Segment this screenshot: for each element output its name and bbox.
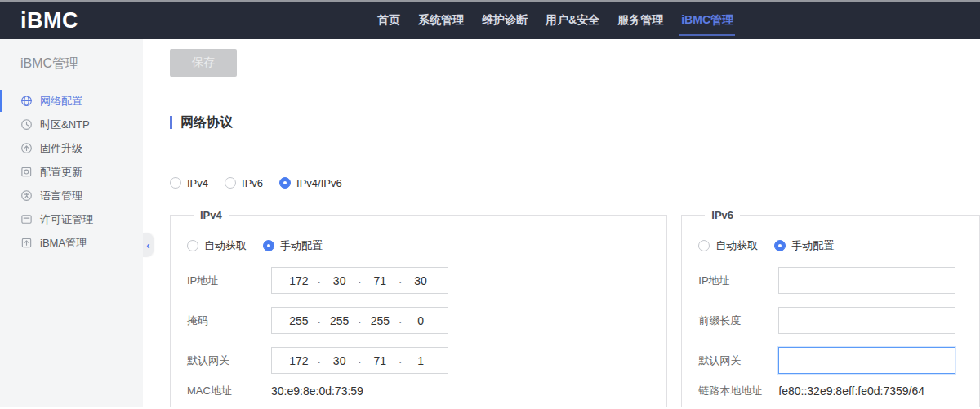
radio-ipv4-ipv6[interactable]: IPv4/IPv6 [279, 177, 342, 189]
ipv4-legend: IPv4 [194, 209, 229, 221]
sidebar-item-language-management[interactable]: 语言管理 [0, 184, 143, 207]
ipv6-group: IPv6自动获取手动配置IP地址前缀长度默认网关链路本地地址fe80::32e9… [681, 209, 980, 407]
radio-icon [774, 240, 786, 251]
sidebar-item-timezone-ntp[interactable]: 时区&NTP [0, 113, 143, 136]
ip-segment[interactable]: 0 [402, 314, 439, 327]
nav-item-system-management[interactable]: 系统管理 [416, 2, 466, 39]
config-update-icon [20, 166, 33, 178]
topbar: iBMC 首页系统管理维护诊断用户&安全服务管理iBMC管理 [0, 0, 980, 39]
ip-segment[interactable]: 172 [280, 354, 318, 367]
ipv6-default-gateway-row: 默认网关 [698, 347, 979, 374]
ipv4-mode-radio-group: 自动获取手动配置 [187, 238, 666, 254]
ipv4-mac-address-value: 30:e9:8e:0d:73:59 [271, 385, 363, 398]
ip-segment[interactable]: 71 [361, 274, 399, 287]
ipv6-ip-address-row: IP地址 [698, 267, 979, 294]
ipv4-ip-address-row: IP地址172.30.71.30 [187, 267, 666, 294]
ipv4-mac-address-row: MAC地址30:e9:8e:0d:73:59 [187, 381, 666, 401]
sidebar-item-label: 许可证管理 [40, 212, 93, 227]
nav-item-user-security[interactable]: 用户&安全 [544, 2, 601, 39]
sidebar-item-ibma-management[interactable]: iBMA管理 [0, 231, 143, 255]
save-button[interactable]: 保存 [170, 49, 237, 77]
nav-item-service-management[interactable]: 服务管理 [616, 2, 665, 39]
ip-segment[interactable]: 172 [280, 274, 318, 287]
radio-ipv6[interactable]: IPv6 [225, 177, 263, 189]
license-icon [20, 213, 33, 225]
radio-auto-obtain[interactable]: 自动获取 [187, 238, 247, 253]
chevron-left-icon: ‹ [146, 240, 149, 251]
radio-manual-config[interactable]: 手动配置 [263, 238, 323, 253]
ip-segment[interactable]: 255 [361, 314, 399, 327]
radio-icon [187, 240, 198, 251]
ip-segment[interactable]: 1 [402, 354, 439, 367]
sidebar: iBMC管理 网络配置时区&NTP固件升级配置更新语言管理许可证管理iBMA管理… [0, 39, 143, 407]
top-nav: 首页系统管理维护诊断用户&安全服务管理iBMC管理 [376, 2, 735, 39]
sidebar-item-label: 时区&NTP [40, 118, 90, 132]
radio-ipv4[interactable]: IPv4 [170, 177, 208, 189]
dot-separator: . [359, 353, 362, 366]
sidebar-collapse-button[interactable]: ‹ [143, 233, 154, 257]
globe-icon [20, 95, 33, 107]
field-label: 默认网关 [698, 353, 778, 368]
sidebar-item-network-config[interactable]: 网络配置 [0, 89, 143, 113]
ipv4-default-gateway-row: 默认网关172.30.71.1 [187, 347, 666, 374]
sidebar-item-config-update[interactable]: 配置更新 [0, 160, 143, 184]
ip-segment[interactable]: 255 [321, 314, 359, 327]
ipv6-link-local-address-value: fe80::32e9:8eff:fe0d:7359/64 [778, 385, 924, 398]
radio-icon [698, 240, 710, 251]
field-label: 默认网关 [187, 353, 271, 368]
nav-item-ibmc-management[interactable]: iBMC管理 [679, 2, 735, 39]
radio-label: 手动配置 [280, 238, 323, 253]
field-label: 掩码 [187, 313, 271, 328]
radio-auto-obtain[interactable]: 自动获取 [698, 238, 758, 253]
field-label: MAC地址 [187, 384, 271, 398]
ipv4-group: IPv4自动获取手动配置IP地址172.30.71.30掩码255.255.25… [170, 209, 667, 407]
field-label: IP地址 [698, 273, 778, 288]
ip-groups: IPv4自动获取手动配置IP地址172.30.71.30掩码255.255.25… [170, 209, 980, 407]
section-title-text: 网络协议 [180, 114, 233, 131]
ipv4-default-gateway-input[interactable]: 172.30.71.1 [271, 347, 448, 374]
ip-segment[interactable]: 255 [280, 314, 318, 327]
sidebar-title: iBMC管理 [20, 56, 143, 73]
dot-separator: . [399, 273, 402, 286]
sidebar-item-label: 配置更新 [40, 165, 82, 180]
radio-icon [170, 177, 181, 189]
radio-label: 自动获取 [204, 238, 247, 253]
page-layout: iBMC管理 网络配置时区&NTP固件升级配置更新语言管理许可证管理iBMA管理… [0, 39, 980, 407]
upgrade-icon [20, 142, 33, 154]
radio-label: 手动配置 [791, 238, 834, 253]
ipv6-prefix-length-input[interactable] [778, 307, 956, 334]
sidebar-item-label: iBMA管理 [40, 236, 87, 251]
radio-label: 自动获取 [715, 238, 758, 253]
nav-item-home[interactable]: 首页 [376, 2, 402, 39]
dot-separator: . [359, 313, 362, 326]
ipv6-mode-radio-group: 自动获取手动配置 [698, 238, 979, 254]
dot-separator: . [399, 353, 402, 366]
ipv6-link-local-address-row: 链路本地地址fe80::32e9:8eff:fe0d:7359/64 [698, 381, 979, 401]
sidebar-item-license-management[interactable]: 许可证管理 [0, 207, 143, 231]
radio-manual-config[interactable]: 手动配置 [774, 238, 834, 253]
ip-segment[interactable]: 30 [402, 274, 439, 287]
ip-segment[interactable]: 71 [361, 354, 399, 367]
ip-segment[interactable]: 30 [321, 354, 359, 367]
protocol-radio-group: IPv4IPv6IPv4/IPv6 [170, 175, 980, 191]
ipv4-subnet-mask-input[interactable]: 255.255.255.0 [271, 307, 448, 334]
ipv6-prefix-length-row: 前缀长度 [698, 307, 979, 334]
radio-icon [225, 177, 236, 189]
ipv6-default-gateway-input[interactable] [778, 347, 956, 374]
field-label: 前缀长度 [698, 313, 778, 328]
ipv6-legend: IPv6 [705, 209, 740, 221]
radio-label: IPv4/IPv6 [296, 177, 342, 189]
ipv4-ip-address-input[interactable]: 172.30.71.30 [271, 267, 448, 294]
section-title: 网络协议 [170, 114, 980, 131]
ipv6-ip-address-input[interactable] [778, 267, 956, 294]
sidebar-item-firmware-upgrade[interactable]: 固件升级 [0, 136, 143, 160]
language-icon [20, 189, 33, 202]
dot-separator: . [318, 313, 321, 326]
nav-item-maintenance-diagnostics[interactable]: 维护诊断 [480, 2, 529, 39]
dot-separator: . [318, 273, 321, 286]
field-label: 链路本地地址 [698, 384, 778, 398]
ip-segment[interactable]: 30 [321, 274, 359, 287]
radio-icon [279, 177, 291, 189]
radio-label: IPv4 [187, 177, 208, 189]
sidebar-item-label: 语言管理 [40, 189, 82, 203]
